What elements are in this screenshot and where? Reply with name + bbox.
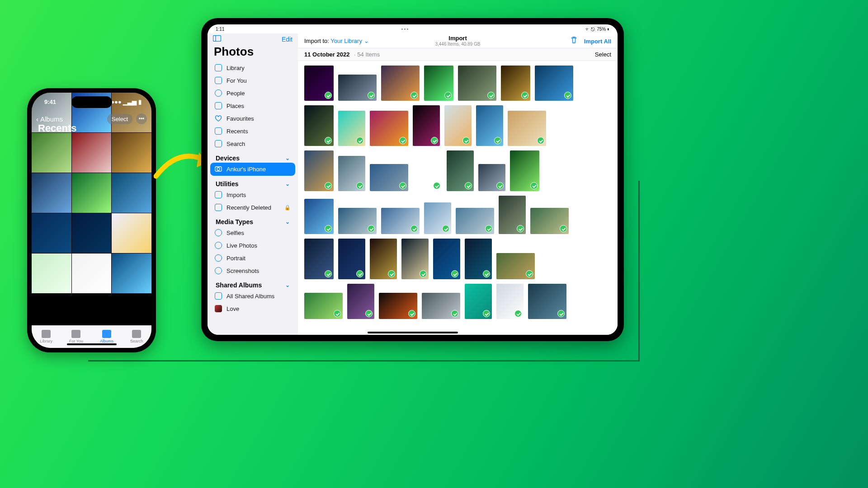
lock-icon: 🔒: [284, 205, 291, 211]
photo-thumbnail[interactable]: [32, 173, 71, 213]
select-button[interactable]: Select: [107, 114, 132, 124]
sidebar-item-recently-deleted[interactable]: Recently Deleted🔒: [210, 201, 295, 214]
photo-thumbnail[interactable]: [72, 173, 112, 213]
imported-check-icon: [399, 137, 406, 144]
sidebar-section-devices[interactable]: Devices⌄: [210, 150, 295, 163]
edit-button[interactable]: Edit: [282, 36, 292, 43]
sidebar-section-shared-albums[interactable]: Shared Albums⌄: [210, 277, 295, 290]
import-photo[interactable]: [304, 199, 334, 234]
sidebar-item-search[interactable]: Search: [210, 137, 295, 150]
import-photo[interactable]: [370, 111, 408, 146]
sidebar-section-media-types[interactable]: Media Types⌄: [210, 214, 295, 226]
tab-library[interactable]: Library: [40, 330, 52, 343]
sidebar-item-imports[interactable]: Imports: [210, 188, 295, 201]
imported-check-icon: [410, 92, 418, 99]
imported-check-icon: [410, 225, 418, 232]
more-button[interactable]: •••: [136, 113, 147, 124]
import-photo[interactable]: [381, 66, 420, 101]
import-photo[interactable]: [465, 239, 492, 279]
photo-thumbnail[interactable]: [112, 253, 151, 293]
photo-thumbnail[interactable]: [32, 133, 71, 173]
import-photo[interactable]: [496, 253, 535, 279]
header-subtitle: 3,446 Items, 40.89 GB: [435, 42, 480, 47]
iphone-status-icons: ●●● ▁▃▅ ▮: [111, 99, 142, 105]
import-photo[interactable]: [424, 66, 453, 101]
import-photo[interactable]: [304, 66, 334, 101]
import-photo-grid[interactable]: [298, 61, 618, 335]
import-photo[interactable]: [501, 66, 530, 101]
import-photo[interactable]: [338, 156, 365, 191]
sidebar-item-people[interactable]: People: [210, 87, 295, 99]
import-photo[interactable]: [422, 293, 460, 319]
photo-thumbnail[interactable]: [72, 213, 112, 253]
import-photo[interactable]: [476, 105, 503, 146]
import-photo[interactable]: [530, 208, 569, 234]
import-photo[interactable]: [370, 164, 408, 191]
sidebar-item-recents[interactable]: Recents: [210, 125, 295, 137]
import-photo[interactable]: [447, 150, 474, 191]
import-photo[interactable]: [496, 284, 524, 319]
import-photo[interactable]: [528, 284, 566, 319]
trash-icon[interactable]: [571, 37, 579, 45]
import-photo[interactable]: [338, 111, 365, 146]
back-button[interactable]: ‹ Albums: [36, 115, 63, 123]
import-photo[interactable]: [465, 284, 492, 319]
import-photo[interactable]: [499, 196, 526, 234]
import-photo[interactable]: [401, 239, 429, 279]
sidebar-item-selfies[interactable]: Selfies: [210, 226, 295, 239]
photo-thumbnail[interactable]: [32, 213, 71, 253]
import-photo[interactable]: [304, 293, 343, 319]
home-indicator[interactable]: [67, 343, 117, 345]
import-photo[interactable]: [510, 150, 539, 191]
import-photo[interactable]: [347, 284, 374, 319]
select-button[interactable]: Select: [595, 51, 611, 58]
sidebar-item-love[interactable]: Love: [210, 302, 295, 315]
import-photo[interactable]: [508, 111, 546, 146]
import-photo[interactable]: [370, 239, 397, 279]
import-photo[interactable]: [338, 208, 377, 234]
import-photo[interactable]: [433, 239, 460, 279]
imported-check-icon: [356, 182, 363, 189]
photo-thumbnail[interactable]: [112, 213, 151, 253]
tab-search[interactable]: Search: [130, 330, 143, 343]
sidebar-item-for-you[interactable]: For You: [210, 74, 295, 87]
tab-for-you[interactable]: For You: [69, 330, 83, 343]
sidebar-item-ankur-s-iphone[interactable]: Ankur's iPhone: [210, 163, 295, 176]
import-photo[interactable]: [456, 208, 494, 234]
photo-thumbnail[interactable]: [32, 253, 71, 293]
import-photo[interactable]: [304, 150, 334, 191]
import-destination-picker[interactable]: Your Library ⌄: [330, 38, 368, 44]
import-photo[interactable]: [381, 208, 420, 234]
import-photo[interactable]: [338, 239, 365, 279]
sidebar-toggle-icon[interactable]: [213, 35, 221, 43]
photo-thumbnail[interactable]: [72, 253, 112, 293]
sidebar-item-all-shared-albums[interactable]: All Shared Albums: [210, 290, 295, 302]
multitask-dots-icon[interactable]: [401, 28, 408, 30]
import-photo[interactable]: [535, 66, 573, 101]
home-indicator[interactable]: [368, 332, 458, 333]
import-photo[interactable]: [444, 105, 472, 146]
sidebar-item-portrait[interactable]: Portrait: [210, 252, 295, 264]
import-photo[interactable]: [379, 293, 417, 319]
photo-thumbnail[interactable]: [112, 133, 151, 173]
photo-thumbnail[interactable]: [72, 133, 112, 173]
sidebar-section-utilities[interactable]: Utilities⌄: [210, 176, 295, 188]
import-photo[interactable]: [304, 239, 334, 279]
tab-icon: [42, 330, 51, 338]
import-all-button[interactable]: Import All: [584, 38, 611, 45]
camera-icon: [215, 165, 222, 173]
sidebar-item-library[interactable]: Library: [210, 61, 295, 74]
sidebar-item-favourites[interactable]: Favourites: [210, 112, 295, 125]
import-photo[interactable]: [478, 164, 505, 191]
import-photo[interactable]: [413, 156, 442, 191]
import-photo[interactable]: [424, 202, 451, 234]
import-photo[interactable]: [458, 66, 496, 101]
sidebar-item-live-photos[interactable]: Live Photos: [210, 239, 295, 252]
photo-thumbnail[interactable]: [112, 173, 151, 213]
sidebar-item-screenshots[interactable]: Screenshots: [210, 264, 295, 277]
import-photo[interactable]: [304, 105, 334, 146]
sidebar-item-places[interactable]: Places: [210, 99, 295, 112]
import-photo[interactable]: [338, 75, 377, 101]
import-photo[interactable]: [413, 105, 440, 146]
tab-albums[interactable]: Albums: [100, 330, 113, 343]
